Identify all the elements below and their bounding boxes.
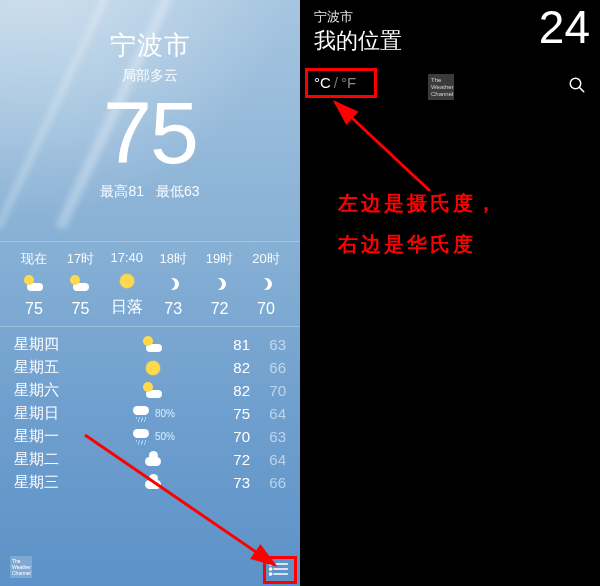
- day-low: 63: [250, 336, 286, 353]
- hour-value: 72: [198, 300, 242, 318]
- hour-label: 17:40: [105, 250, 149, 265]
- hourly-forecast[interactable]: 现在7517时7517:40日落18时7319时7220时70: [0, 241, 300, 327]
- day-name: 星期五: [14, 358, 92, 377]
- partly-cloudy-icon: [143, 384, 163, 398]
- unit-toggle[interactable]: °C/°F: [314, 74, 356, 91]
- location-list-button[interactable]: [266, 558, 292, 580]
- low-label: 最低63: [156, 183, 200, 199]
- daily-row: 星期三7366: [14, 471, 286, 494]
- moon-icon: [167, 278, 179, 290]
- city-name: 宁波市: [0, 28, 300, 63]
- cloud-icon: [143, 454, 163, 466]
- annotation-line-1: 左边是摄氏度，: [338, 190, 590, 217]
- hour-label: 19时: [198, 250, 242, 268]
- svg-point-4: [270, 568, 272, 570]
- day-low: 66: [250, 474, 286, 491]
- precip-percent: 50%: [155, 431, 175, 442]
- weather-header: 宁波市 局部多云 75 最高81 最低63: [0, 0, 300, 201]
- day-high: 72: [214, 451, 250, 468]
- location-list-screen: 宁波市 我的位置 24 °C/°F The Weather Channel 左边…: [300, 0, 600, 586]
- hour-value: 73: [151, 300, 195, 318]
- svg-point-5: [270, 573, 272, 575]
- day-name: 星期三: [14, 473, 92, 492]
- condition-text: 局部多云: [0, 67, 300, 85]
- daily-row: 星期日80%7564: [14, 402, 286, 425]
- location-temp: 24: [539, 0, 590, 54]
- hour-icon-wrap: [105, 271, 149, 291]
- daily-row: 星期六8270: [14, 379, 286, 402]
- search-icon: [568, 76, 586, 94]
- day-icon-wrap: [118, 338, 188, 352]
- rain-icon: [131, 429, 151, 445]
- search-button[interactable]: [568, 76, 586, 98]
- cloud-icon: [143, 477, 163, 489]
- list-icon: [269, 561, 289, 577]
- unit-separator: /: [334, 74, 338, 91]
- daily-row: 星期二7264: [14, 448, 286, 471]
- hourly-column: 17时75: [58, 250, 102, 318]
- hour-value: 日落: [105, 297, 149, 318]
- day-icon-wrap: [118, 384, 188, 398]
- day-low: 66: [250, 359, 286, 376]
- day-high: 75: [214, 405, 250, 422]
- hour-label: 17时: [58, 250, 102, 268]
- hourly-column: 19时72: [198, 250, 242, 318]
- daily-forecast[interactable]: 星期四8163星期五8266星期六8270星期日80%7564星期一50%706…: [0, 327, 300, 494]
- day-icon-wrap: [118, 454, 188, 466]
- day-icon-wrap: [118, 361, 188, 375]
- hour-label: 现在: [12, 250, 56, 268]
- day-name: 星期六: [14, 381, 92, 400]
- day-high: 82: [214, 382, 250, 399]
- hour-icon-wrap: [12, 274, 56, 294]
- day-name: 星期四: [14, 335, 92, 354]
- day-low: 70: [250, 382, 286, 399]
- hour-value: 75: [12, 300, 56, 318]
- daily-row: 星期四8163: [14, 333, 286, 356]
- day-low: 63: [250, 428, 286, 445]
- daily-row: 星期五8266: [14, 356, 286, 379]
- day-icon-wrap: 50%: [118, 429, 188, 445]
- annotation-text: 左边是摄氏度， 右边是华氏度: [338, 190, 590, 272]
- day-name: 星期日: [14, 404, 92, 423]
- celsius-option[interactable]: °C: [314, 74, 331, 91]
- moon-icon: [214, 278, 226, 290]
- rain-icon: [131, 406, 151, 422]
- current-temp: 75: [0, 89, 300, 177]
- partly-cloudy-icon: [70, 277, 90, 291]
- hour-icon-wrap: [58, 274, 102, 294]
- day-low: 64: [250, 451, 286, 468]
- day-high: 70: [214, 428, 250, 445]
- hour-icon-wrap: [151, 274, 195, 294]
- weather-detail-screen: 宁波市 局部多云 75 最高81 最低63 现在7517时7517:40日落18…: [0, 0, 300, 586]
- sun-icon: [120, 274, 134, 288]
- svg-line-8: [579, 87, 584, 92]
- day-low: 64: [250, 405, 286, 422]
- day-name: 星期一: [14, 427, 92, 446]
- day-name: 星期二: [14, 450, 92, 469]
- partly-cloudy-icon: [143, 338, 163, 352]
- hour-icon-wrap: [198, 274, 242, 294]
- day-icon-wrap: 80%: [118, 406, 188, 422]
- annotation-line-2: 右边是华氏度: [338, 231, 590, 258]
- hour-label: 18时: [151, 250, 195, 268]
- high-label: 最高81: [100, 183, 144, 199]
- weather-channel-logo: The Weather Channel: [10, 556, 32, 578]
- svg-point-3: [270, 563, 272, 565]
- weather-channel-logo[interactable]: The Weather Channel: [428, 74, 454, 100]
- precip-percent: 80%: [155, 408, 175, 419]
- hourly-column: 20时70: [244, 250, 288, 318]
- partly-cloudy-icon: [24, 277, 44, 291]
- day-high: 82: [214, 359, 250, 376]
- list-body: [300, 66, 600, 586]
- hourly-column: 18时73: [151, 250, 195, 318]
- hourly-column: 现在75: [12, 250, 56, 318]
- fahrenheit-option[interactable]: °F: [341, 74, 356, 91]
- day-high: 73: [214, 474, 250, 491]
- sun-icon: [146, 361, 160, 375]
- day-icon-wrap: [118, 477, 188, 489]
- hour-label: 20时: [244, 250, 288, 268]
- moon-icon: [260, 278, 272, 290]
- day-high: 81: [214, 336, 250, 353]
- high-low: 最高81 最低63: [0, 183, 300, 201]
- hour-value: 70: [244, 300, 288, 318]
